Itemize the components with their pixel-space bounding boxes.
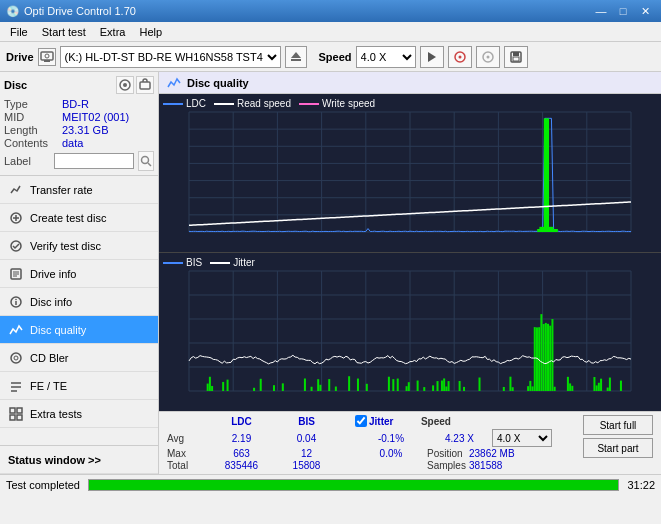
svg-point-28 [15, 298, 17, 300]
menu-start-test[interactable]: Start test [36, 24, 92, 40]
avg-ldc: 2.19 [209, 433, 274, 444]
start-full-button[interactable]: Start full [583, 415, 653, 435]
eject-button[interactable] [285, 46, 307, 68]
total-samples: 381588 [469, 460, 502, 471]
jitter-legend-label: Jitter [233, 257, 255, 268]
time-display: 31:22 [627, 479, 655, 491]
svg-rect-34 [10, 408, 15, 413]
svg-rect-36 [10, 415, 15, 420]
read-legend-label: Read speed [237, 98, 291, 109]
svg-point-30 [14, 356, 18, 360]
nav-label-cd-bler: CD Bler [30, 352, 69, 364]
menu-help[interactable]: Help [133, 24, 168, 40]
progress-bar-container [88, 479, 619, 491]
sidebar-item-drive-info[interactable]: Drive info [0, 260, 158, 288]
speed-mode-select[interactable]: 4.0 X [492, 429, 552, 447]
sidebar: Disc Type BD-R MID MEIT02 (001) [0, 72, 159, 474]
main-area: Disc Type BD-R MID MEIT02 (001) [0, 72, 661, 474]
jitter-checkbox[interactable] [355, 415, 367, 427]
ldc-legend-label: LDC [186, 98, 206, 109]
disc-quality-icon [8, 322, 24, 338]
content-header: Disc quality [159, 72, 661, 94]
svg-rect-37 [17, 415, 22, 420]
save-button[interactable] [504, 46, 528, 68]
nav-label-drive-info: Drive info [30, 268, 76, 280]
disc-contents-value: data [62, 137, 83, 149]
cd-bler-icon [8, 350, 24, 366]
svg-marker-3 [291, 52, 301, 58]
stats-speed-header: Speed [403, 416, 468, 427]
sidebar-item-create-test-disc[interactable]: Create test disc [0, 204, 158, 232]
write-legend-label: Write speed [322, 98, 375, 109]
menubar: File Start test Extra Help [0, 22, 661, 42]
close-button[interactable]: ✕ [635, 3, 655, 19]
svg-rect-2 [44, 60, 50, 62]
sidebar-item-transfer-rate[interactable]: Transfer rate [0, 176, 158, 204]
sidebar-item-status-window[interactable]: Status window >> [0, 446, 158, 474]
disc-title: Disc [4, 79, 27, 91]
speed-select[interactable]: 4.0 X [356, 46, 416, 68]
sidebar-item-verify-test-disc[interactable]: Verify test disc [0, 232, 158, 260]
disc-icon-btn1[interactable] [116, 76, 134, 94]
sidebar-item-disc-quality[interactable]: Disc quality [0, 316, 158, 344]
nav-label-fe-te: FE / TE [30, 380, 67, 392]
disc-mid-value: MEIT02 (001) [62, 111, 129, 123]
create-disc-icon [8, 210, 24, 226]
verify-icon [8, 238, 24, 254]
sidebar-item-cd-bler[interactable]: CD Bler [0, 344, 158, 372]
chart-top: LDC Read speed Write speed 700 600 500 4… [159, 94, 661, 253]
start-part-button[interactable]: Start part [583, 438, 653, 458]
status-window-label: Status window >> [8, 454, 101, 466]
avg-jitter: -0.1% [355, 433, 427, 444]
avg-bis: 0.04 [274, 433, 339, 444]
avg-speed: 4.23 X [427, 433, 492, 444]
max-position: 23862 MB [469, 448, 515, 459]
disc-button1[interactable] [448, 46, 472, 68]
svg-rect-4 [291, 59, 301, 61]
progress-fill [89, 480, 618, 490]
disc-info-icon [8, 294, 24, 310]
minimize-button[interactable]: — [591, 3, 611, 19]
position-label: Position [427, 448, 469, 459]
content-area: Disc quality LDC Read speed Write speed [159, 72, 661, 474]
chart-bottom-canvas [159, 253, 661, 411]
jitter-legend-color [210, 262, 230, 264]
play-button[interactable] [420, 46, 444, 68]
max-ldc: 663 [209, 448, 274, 459]
total-bis: 15808 [274, 460, 339, 471]
app-icon: 💿 [6, 5, 20, 18]
sidebar-item-extra-tests[interactable]: Extra tests [0, 400, 158, 428]
statusbar: Test completed 31:22 [0, 474, 661, 494]
sidebar-item-disc-info[interactable]: Disc info [0, 288, 158, 316]
svg-rect-11 [513, 52, 519, 56]
write-legend-color [299, 103, 319, 105]
max-label: Max [167, 448, 209, 459]
bis-legend-color [163, 262, 183, 264]
disc-label-label: Label [4, 155, 50, 167]
svg-line-17 [148, 163, 151, 166]
titlebar: 💿 Opti Drive Control 1.70 — □ ✕ [0, 0, 661, 22]
menu-extra[interactable]: Extra [94, 24, 132, 40]
stats-section: LDC BIS Jitter Speed Avg 2.19 0.04 [159, 411, 661, 474]
chart-bottom: BIS Jitter 20 15 10 5 10% 8% 6% 4% 2% [159, 253, 661, 411]
disc-type-label: Type [4, 98, 62, 110]
sidebar-item-fe-te[interactable]: FE / TE [0, 372, 158, 400]
menu-file[interactable]: File [4, 24, 34, 40]
drive-icon [38, 48, 56, 66]
disc-length-label: Length [4, 124, 62, 136]
jitter-checkbox-area[interactable]: Jitter [355, 415, 393, 427]
disc-button2[interactable] [476, 46, 500, 68]
disc-label-input[interactable] [54, 153, 134, 169]
bis-legend-label: BIS [186, 257, 202, 268]
svg-point-16 [141, 157, 148, 164]
svg-marker-5 [428, 52, 436, 62]
nav-menu: Transfer rate Create test disc Verify te… [0, 176, 158, 428]
status-text: Test completed [6, 479, 80, 491]
label-search-button[interactable] [138, 151, 154, 171]
disc-icon-btn2[interactable] [136, 76, 154, 94]
drive-select[interactable]: (K:) HL-DT-ST BD-RE WH16NS58 TST4 [60, 46, 281, 68]
maximize-button[interactable]: □ [613, 3, 633, 19]
app-title: Opti Drive Control 1.70 [24, 5, 136, 17]
nav-label-verify-test-disc: Verify test disc [30, 240, 101, 252]
stats-area: LDC BIS Jitter Speed Avg 2.19 0.04 [167, 415, 575, 471]
